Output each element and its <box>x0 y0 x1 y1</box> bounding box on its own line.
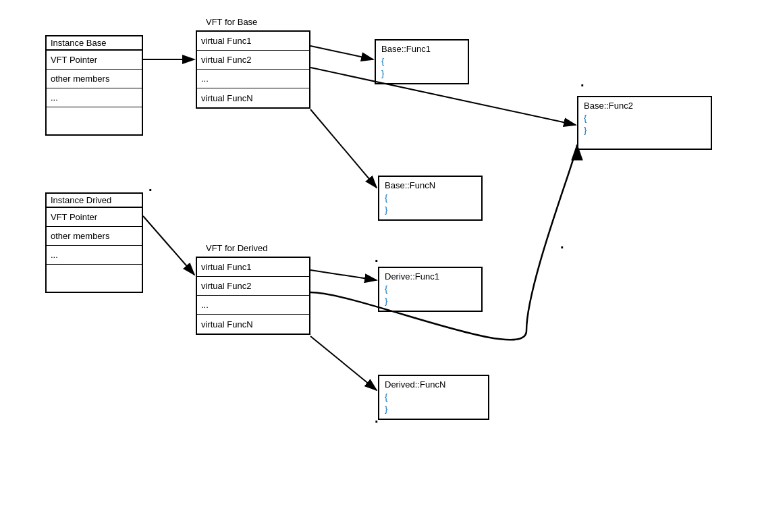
vft-base-row-1: virtual Func1 <box>197 32 309 51</box>
vft-base-row-n: virtual FuncN <box>197 88 309 107</box>
base-func1-title: Base::Func1 <box>381 43 462 55</box>
derive-func1-box: Derive::Func1 { } <box>378 267 483 312</box>
arrow-vft-derived-func1 <box>310 270 377 280</box>
base-func1-box: Base::Func1 { } <box>375 39 469 84</box>
derive-func1-open: { <box>385 283 476 295</box>
vft-base-row-2: virtual Func2 <box>197 51 309 70</box>
instance-base-title: Instance Base <box>47 36 142 51</box>
arrow-vft-base-funcN <box>310 109 377 188</box>
arrow-derived-to-vft <box>143 216 194 275</box>
derived-funcN-open: { <box>385 391 483 403</box>
base-funcN-box: Base::FuncN { } <box>378 176 483 221</box>
vft-derived-row-n: virtual FuncN <box>197 315 309 334</box>
vft-derived-row-2: virtual Func2 <box>197 277 309 296</box>
instance-base-box: Instance Base VFT Pointer other members … <box>45 35 143 136</box>
diagram: Instance Base VFT Pointer other members … <box>0 0 762 532</box>
base-func2-box: Base::Func2 { } <box>577 96 712 150</box>
instance-derived-box: Instance Drived VFT Pointer other member… <box>45 192 143 293</box>
instance-derived-row-dots: ... <box>47 246 142 265</box>
base-func2-open: { <box>584 112 705 124</box>
vft-base-label: VFT for Base <box>206 17 257 27</box>
base-func1-open: { <box>381 55 462 68</box>
instance-derived-title: Instance Drived <box>47 194 142 208</box>
dot-1: . <box>148 179 153 194</box>
vft-derived-row-1: virtual Func1 <box>197 258 309 277</box>
derived-funcN-title: Derived::FuncN <box>385 379 483 391</box>
arrow-vft-base-func1 <box>310 46 373 59</box>
instance-base-row-dots: ... <box>47 88 142 107</box>
vft-base-box: virtual Func1 virtual Func2 ... virtual … <box>196 30 310 109</box>
arrow-vft-derived-funcN <box>310 336 377 390</box>
dot-5: . <box>560 236 564 252</box>
base-func2-close: } <box>584 124 705 136</box>
vft-derived-label: VFT for Derived <box>206 243 268 253</box>
derive-func1-close: } <box>385 295 476 307</box>
instance-base-row-other: other members <box>47 70 142 88</box>
instance-base-row-vft: VFT Pointer <box>47 51 142 70</box>
instance-derived-row-vft: VFT Pointer <box>47 208 142 227</box>
base-funcN-close: } <box>385 204 476 216</box>
vft-derived-row-3: ... <box>197 296 309 315</box>
dot-3: . <box>375 250 379 265</box>
dot-4: . <box>375 410 379 426</box>
base-func2-title: Base::Func2 <box>584 100 705 112</box>
vft-base-row-3: ... <box>197 70 309 88</box>
instance-derived-row-other: other members <box>47 227 142 246</box>
vft-derived-box: virtual Func1 virtual Func2 ... virtual … <box>196 257 310 335</box>
base-func1-close: } <box>381 68 462 80</box>
base-funcN-open: { <box>385 192 476 204</box>
derived-funcN-close: } <box>385 403 483 415</box>
base-funcN-title: Base::FuncN <box>385 180 476 192</box>
derive-func1-title: Derive::Func1 <box>385 271 476 283</box>
dot-2: . <box>580 74 584 90</box>
derived-funcN-box: Derived::FuncN { } <box>378 375 489 420</box>
